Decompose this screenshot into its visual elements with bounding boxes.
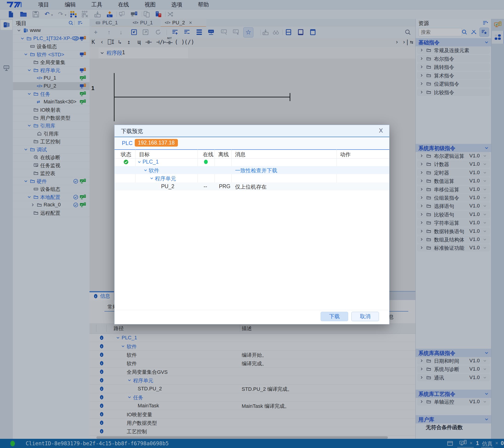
dialog-row-程序单元[interactable]: 程序单元 bbox=[114, 174, 389, 182]
dialog-row-软件[interactable]: 软件一致性检查并下载 bbox=[114, 166, 389, 174]
message-text[interactable]: 一致性检查并下载 bbox=[235, 167, 277, 174]
app-window: 项目编辑工具在线视图选项帮助 ↶▾↷▾ 项目 wwwPLC_1[T32 bbox=[0, 0, 504, 448]
plc-label: PLC bbox=[122, 140, 133, 146]
dialog-title: 下载预览 bbox=[121, 128, 143, 135]
target-label: 程序单元 bbox=[155, 175, 176, 182]
online-green-dot-icon bbox=[204, 159, 208, 164]
cancel-button[interactable]: 取消 bbox=[351, 312, 379, 321]
download-button[interactable]: 下载 bbox=[321, 312, 348, 321]
plc-ip-badge: 192.168.137.18 bbox=[135, 139, 178, 147]
dialog-row-PLC_1[interactable]: PLC_1 bbox=[114, 158, 389, 166]
column-online[interactable]: 在线 bbox=[203, 151, 214, 158]
dialog-title-bar: 下载预览 X bbox=[114, 125, 389, 137]
chevron-down-icon[interactable] bbox=[150, 176, 154, 180]
close-icon[interactable]: X bbox=[379, 127, 383, 134]
divider bbox=[114, 310, 389, 310]
target-label: PLC_1 bbox=[143, 159, 159, 165]
offline-value: PRG bbox=[219, 183, 231, 190]
column-status[interactable]: 状态 bbox=[121, 151, 131, 158]
column-message[interactable]: 消息 bbox=[235, 151, 246, 158]
dialog-row-PU_2[interactable]: PU_2--PRG仅上位机存在 bbox=[114, 182, 389, 191]
target-label: PU_2 bbox=[161, 183, 174, 190]
target-label: 软件 bbox=[149, 167, 159, 174]
chevron-down-icon[interactable] bbox=[144, 168, 147, 172]
column-action[interactable]: 动作 bbox=[340, 151, 351, 158]
green-check-icon bbox=[123, 159, 129, 165]
plc-target-row: PLC 192.168.137.18 bbox=[114, 137, 389, 150]
download-preview-dialog: 下载预览 X PLC 192.168.137.18 状态 目标 在线 离线 消息… bbox=[114, 125, 390, 324]
online-value: -- bbox=[204, 183, 207, 190]
dialog-table-header: 状态 目标 在线 离线 消息 动作 bbox=[114, 149, 389, 158]
message-text: 仅上位机存在 bbox=[235, 183, 267, 191]
column-offline[interactable]: 离线 bbox=[218, 151, 229, 158]
chevron-down-icon[interactable] bbox=[138, 160, 141, 164]
column-target[interactable]: 目标 bbox=[139, 151, 150, 158]
